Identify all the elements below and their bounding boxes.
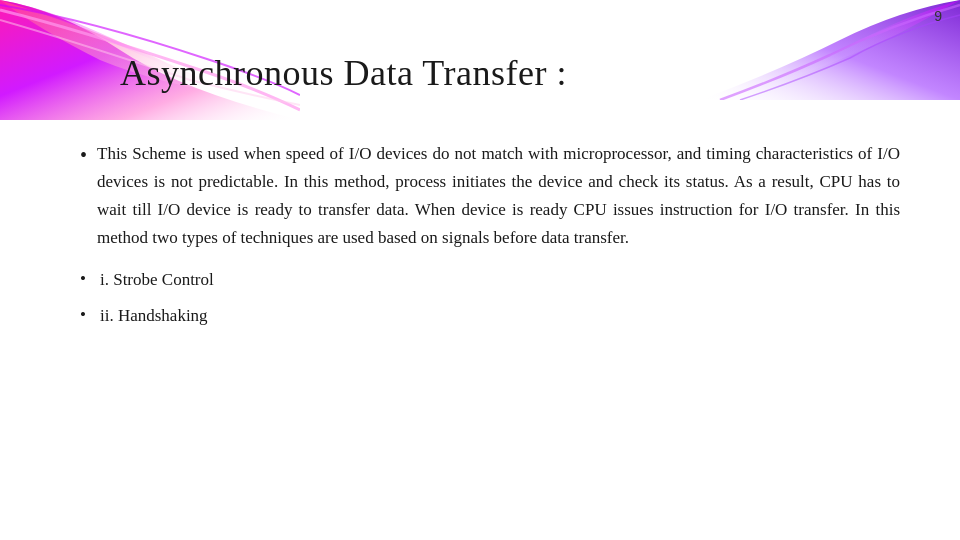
bullet-main: • This Scheme is used when speed of I/O … <box>80 140 900 252</box>
sub-bullet-text-2: ii. Handshaking <box>100 302 208 330</box>
sub-bullet-text-1: i. Strobe Control <box>100 266 214 294</box>
page-number: 9 <box>934 8 942 24</box>
bullet-dot-main: • <box>80 140 87 170</box>
bullet-text-main: This Scheme is used when speed of I/O de… <box>97 140 900 252</box>
slide-title: Asynchronous Data Transfer : <box>120 52 880 94</box>
sub-bullet-dot-1: • <box>80 266 86 292</box>
slide-container: 9 Asynchronous Data Transfer : • This Sc… <box>0 0 960 540</box>
sub-bullet-dot-2: • <box>80 302 86 328</box>
sub-bullet-1: • i. Strobe Control <box>80 266 900 294</box>
sub-bullet-2: • ii. Handshaking <box>80 302 900 330</box>
slide-content: • This Scheme is used when speed of I/O … <box>80 140 900 500</box>
